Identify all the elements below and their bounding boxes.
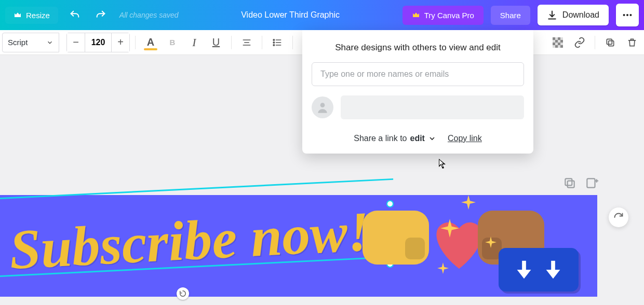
document-title[interactable]: Video Lower Third Graphic bbox=[186, 10, 395, 20]
arrow-down-icon bbox=[541, 258, 565, 282]
svg-rect-25 bbox=[609, 40, 614, 46]
divider bbox=[231, 36, 232, 49]
link-icon bbox=[574, 37, 585, 48]
text-color-button[interactable]: A bbox=[141, 33, 160, 52]
share-label: Share bbox=[500, 11, 521, 20]
svg-rect-23 bbox=[555, 45, 558, 48]
top-nav: Resize All changes saved Video Lower Thi… bbox=[0, 0, 644, 30]
divider bbox=[595, 36, 595, 49]
copy-link-button[interactable]: Copy link bbox=[448, 134, 482, 143]
bold-button[interactable]: B bbox=[163, 33, 182, 52]
fist-left-icon bbox=[363, 211, 429, 265]
refresh-icon bbox=[613, 212, 624, 223]
underline-button[interactable]: U bbox=[206, 33, 226, 52]
chevron-down-icon bbox=[46, 39, 53, 46]
share-link-perm: edit bbox=[410, 134, 425, 143]
share-popover-title: Share designs with others to view and ed… bbox=[312, 43, 524, 53]
font-size-increase[interactable]: + bbox=[112, 33, 129, 52]
svg-rect-28 bbox=[568, 181, 574, 188]
svg-rect-20 bbox=[560, 40, 563, 43]
delete-button[interactable] bbox=[622, 33, 642, 52]
redo-button[interactable] bbox=[91, 6, 110, 24]
crown-icon bbox=[14, 11, 22, 19]
avatar bbox=[312, 96, 333, 118]
share-link-row: Share a link to edit Copy link bbox=[312, 134, 524, 143]
more-button[interactable] bbox=[616, 4, 639, 26]
font-size-stepper: − + bbox=[66, 33, 130, 52]
list-button[interactable] bbox=[267, 33, 287, 52]
add-page-button[interactable] bbox=[585, 176, 598, 190]
svg-rect-29 bbox=[565, 178, 572, 185]
person-icon bbox=[316, 101, 329, 114]
divider bbox=[292, 36, 293, 49]
font-size-input[interactable] bbox=[85, 33, 112, 52]
svg-rect-18 bbox=[558, 37, 560, 40]
svg-rect-21 bbox=[553, 43, 555, 45]
redo-icon bbox=[95, 9, 106, 21]
svg-rect-30 bbox=[587, 178, 595, 187]
svg-rect-26 bbox=[607, 39, 612, 44]
rotate-icon bbox=[179, 290, 186, 297]
download-badge[interactable] bbox=[499, 248, 579, 292]
text-color-swatch bbox=[144, 48, 157, 50]
share-recipients-input[interactable] bbox=[312, 62, 524, 86]
arrow-down-icon bbox=[512, 258, 536, 282]
divider bbox=[262, 36, 262, 49]
trash-icon bbox=[627, 37, 637, 48]
svg-point-8 bbox=[273, 44, 274, 45]
share-button[interactable]: Share bbox=[491, 6, 530, 25]
autosave-status: All changes saved bbox=[119, 11, 179, 19]
share-permission-placeholder[interactable] bbox=[341, 95, 524, 119]
selection-edge bbox=[0, 178, 393, 199]
download-button[interactable]: Download bbox=[538, 5, 609, 25]
share-member-row bbox=[312, 95, 524, 119]
svg-rect-24 bbox=[560, 45, 563, 48]
share-popover: Share designs with others to view and ed… bbox=[302, 30, 533, 154]
divider bbox=[135, 36, 136, 49]
svg-rect-19 bbox=[555, 40, 558, 43]
transparency-button[interactable] bbox=[548, 33, 568, 52]
transparency-icon bbox=[553, 37, 563, 48]
try-pro-button[interactable]: Try Canva Pro bbox=[403, 6, 484, 25]
duplicate-button[interactable] bbox=[600, 33, 620, 52]
crown-icon bbox=[412, 11, 420, 19]
page-tools bbox=[563, 176, 598, 190]
copy-icon bbox=[605, 37, 615, 48]
resize-button[interactable]: Resize bbox=[5, 7, 58, 24]
rotate-handle[interactable] bbox=[177, 287, 189, 300]
download-label: Download bbox=[562, 10, 599, 20]
design-canvas[interactable]: Subscribe now! bbox=[0, 195, 597, 297]
link-button[interactable] bbox=[570, 33, 589, 52]
ellipsis-icon bbox=[622, 9, 633, 21]
reset-button[interactable] bbox=[609, 207, 628, 227]
svg-point-2 bbox=[629, 14, 632, 16]
svg-point-0 bbox=[623, 14, 625, 16]
font-size-decrease[interactable]: − bbox=[67, 33, 85, 52]
download-icon bbox=[547, 10, 557, 20]
align-center-icon bbox=[242, 37, 252, 48]
resize-label: Resize bbox=[26, 11, 50, 20]
italic-button[interactable]: I bbox=[184, 33, 204, 52]
svg-point-27 bbox=[320, 103, 325, 107]
svg-rect-17 bbox=[553, 37, 555, 40]
font-name: Script bbox=[8, 38, 28, 47]
sticker-group[interactable] bbox=[358, 195, 483, 278]
align-button[interactable] bbox=[237, 33, 257, 52]
svg-point-6 bbox=[273, 39, 274, 40]
svg-rect-22 bbox=[558, 43, 560, 45]
undo-button[interactable] bbox=[65, 6, 84, 24]
undo-icon bbox=[69, 9, 81, 21]
share-link-prefix: Share a link to bbox=[354, 134, 407, 143]
svg-point-7 bbox=[273, 41, 274, 43]
sparkle-icon bbox=[437, 262, 449, 274]
list-icon bbox=[272, 37, 283, 48]
chevron-down-icon bbox=[428, 134, 436, 143]
cursor-icon bbox=[438, 158, 447, 170]
svg-point-1 bbox=[626, 14, 628, 16]
try-pro-label: Try Canva Pro bbox=[424, 11, 474, 20]
font-picker[interactable]: Script bbox=[2, 33, 59, 52]
sparkle-icon bbox=[461, 195, 476, 210]
share-link-permission[interactable]: Share a link to edit bbox=[354, 134, 436, 143]
duplicate-page-button[interactable] bbox=[563, 176, 576, 190]
